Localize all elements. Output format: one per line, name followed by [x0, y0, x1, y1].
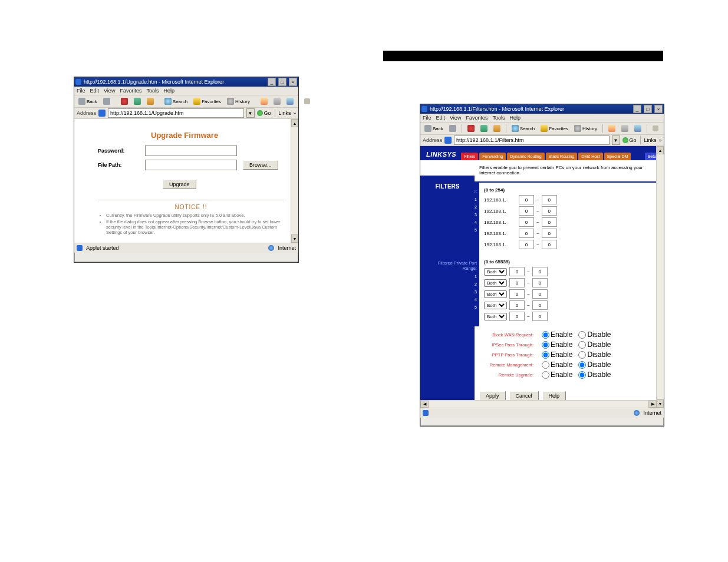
option-enable[interactable]: Enable — [542, 371, 572, 379]
history-button[interactable]: History — [225, 97, 252, 105]
menu-help[interactable]: Help — [163, 88, 174, 94]
cancel-button[interactable]: Cancel — [509, 391, 539, 401]
option-disable[interactable]: Disable — [578, 361, 611, 369]
menu-file[interactable]: File — [423, 115, 431, 121]
forward-button[interactable] — [447, 124, 458, 133]
extra-button[interactable] — [302, 98, 312, 105]
scroll-up-icon[interactable]: ▲ — [657, 146, 664, 154]
port-to-input[interactable] — [532, 267, 548, 276]
menu-edit[interactable]: Edit — [90, 88, 100, 94]
tab-special[interactable]: Special DM — [604, 153, 631, 160]
menu-tools[interactable]: Tools — [146, 88, 159, 94]
minimize-button[interactable]: _ — [268, 78, 276, 86]
tab-static-routing[interactable]: Static Routing — [546, 153, 578, 160]
port-to-input[interactable] — [532, 278, 548, 287]
option-enable[interactable]: Enable — [542, 340, 572, 349]
protocol-select[interactable]: BothTCPUDP — [484, 313, 507, 320]
close-button[interactable]: × — [654, 105, 663, 113]
option-disable[interactable]: Disable — [578, 340, 611, 349]
minimize-button[interactable]: _ — [633, 105, 641, 113]
scroll-right-icon[interactable]: ▶ — [648, 401, 657, 408]
stop-button[interactable] — [119, 97, 130, 105]
print-button[interactable] — [620, 124, 630, 133]
option-disable[interactable]: Disable — [578, 330, 611, 339]
protocol-select[interactable]: BothTCPUDP — [484, 268, 507, 276]
port-from-input[interactable] — [509, 267, 525, 276]
apply-button[interactable]: Apply — [479, 391, 506, 401]
password-input[interactable] — [145, 146, 237, 156]
menu-tools[interactable]: Tools — [492, 115, 505, 121]
port-from-input[interactable] — [509, 289, 525, 299]
history-button[interactable]: History — [572, 124, 599, 133]
mail-button[interactable] — [259, 97, 269, 105]
scroll-up-icon[interactable]: ▲ — [291, 119, 298, 127]
port-to-input[interactable] — [532, 300, 548, 310]
option-enable[interactable]: Enable — [542, 361, 572, 369]
refresh-button[interactable] — [132, 97, 143, 105]
protocol-select[interactable]: BothTCPUDP — [484, 302, 507, 309]
menu-view[interactable]: View — [450, 115, 461, 121]
links-label[interactable]: Links — [644, 137, 657, 143]
port-to-input[interactable] — [532, 312, 548, 321]
vertical-scrollbar[interactable]: ▲ ▼ — [291, 119, 298, 243]
scroll-left-icon[interactable]: ◀ — [420, 401, 429, 408]
search-button[interactable]: Search — [510, 124, 536, 133]
menu-favorites[interactable]: Favorites — [466, 115, 487, 121]
horizontal-scrollbar[interactable]: ◀ ▶ — [420, 400, 657, 408]
titlebar[interactable]: http://192.168.1.1/Filters.htm - Microso… — [420, 104, 664, 114]
tab-dynamic-routing[interactable]: Dynamic Routing — [507, 153, 544, 160]
ip-from-input[interactable] — [519, 229, 534, 238]
scroll-down-icon[interactable]: ▼ — [657, 399, 664, 408]
go-button[interactable]: Go — [622, 137, 637, 143]
port-from-input[interactable] — [509, 278, 525, 287]
option-enable[interactable]: Enable — [542, 351, 572, 359]
stop-button[interactable] — [466, 124, 476, 133]
back-button[interactable]: Back — [77, 97, 99, 105]
ip-to-input[interactable] — [542, 240, 557, 249]
edit-button[interactable] — [285, 97, 295, 105]
address-dropdown[interactable]: ▼ — [246, 108, 255, 118]
protocol-select[interactable]: BothTCPUDP — [484, 290, 507, 298]
links-label[interactable]: Links — [279, 110, 291, 116]
ip-to-input[interactable] — [542, 229, 557, 238]
upgrade-button[interactable]: Upgrade — [163, 180, 196, 189]
print-button[interactable] — [272, 97, 282, 105]
favorites-button[interactable]: Favorites — [539, 124, 570, 133]
mail-button[interactable] — [607, 124, 617, 133]
vertical-scrollbar[interactable]: ▲ ▼ — [656, 146, 664, 408]
scroll-down-icon[interactable]: ▼ — [291, 234, 298, 243]
search-button[interactable]: Search — [163, 97, 189, 105]
edit-button[interactable] — [633, 124, 643, 133]
port-from-input[interactable] — [509, 300, 525, 310]
menu-file[interactable]: File — [77, 88, 85, 94]
menu-edit[interactable]: Edit — [436, 115, 446, 121]
menu-favorites[interactable]: Favorites — [120, 88, 141, 94]
port-to-input[interactable] — [532, 289, 548, 299]
browse-button[interactable]: Browse... — [243, 160, 278, 170]
ip-from-input[interactable] — [519, 195, 534, 204]
maximize-button[interactable]: □ — [278, 78, 286, 86]
home-button[interactable] — [492, 124, 502, 133]
tab-filters[interactable]: Filters — [461, 153, 478, 160]
refresh-button[interactable] — [479, 124, 489, 133]
ip-to-input[interactable] — [542, 206, 557, 216]
address-input[interactable] — [108, 108, 243, 118]
menubar[interactable]: File Edit View Favorites Tools Help — [74, 87, 298, 95]
option-enable[interactable]: Enable — [542, 330, 572, 339]
titlebar[interactable]: http://192.168.1.1/Upgrade.htm - Microso… — [74, 77, 298, 87]
help-button[interactable]: Help — [542, 391, 566, 401]
back-button[interactable]: Back — [423, 124, 445, 133]
port-from-input[interactable] — [509, 312, 525, 321]
ip-from-input[interactable] — [519, 206, 534, 216]
ip-to-input[interactable] — [542, 195, 557, 204]
home-button[interactable] — [145, 97, 156, 105]
ip-from-input[interactable] — [519, 240, 534, 249]
favorites-button[interactable]: Favorites — [192, 97, 223, 105]
menubar[interactable]: File Edit View Favorites Tools Help — [420, 114, 664, 122]
protocol-select[interactable]: BothTCPUDP — [484, 279, 507, 287]
option-disable[interactable]: Disable — [578, 351, 611, 359]
ip-to-input[interactable] — [542, 217, 557, 227]
go-button[interactable]: Go — [257, 110, 271, 116]
address-dropdown[interactable]: ▼ — [612, 135, 620, 145]
filepath-input[interactable] — [145, 160, 237, 170]
